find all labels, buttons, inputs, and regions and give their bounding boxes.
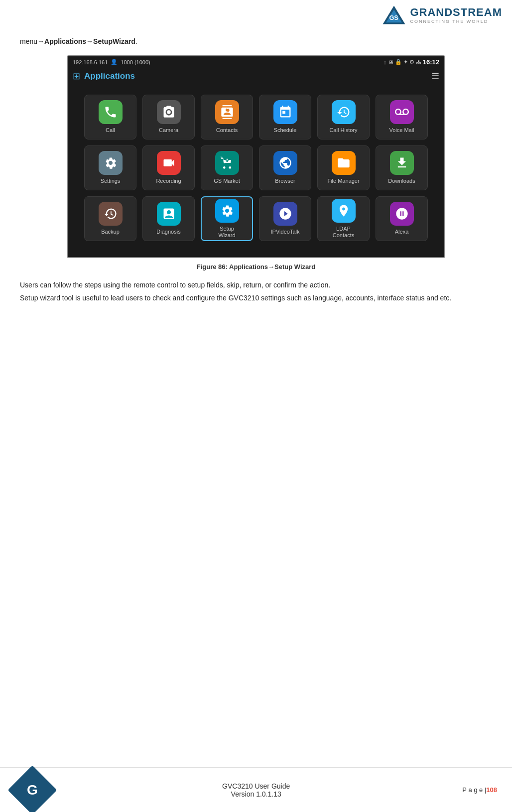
breadcrumb-setupwizard: SetupWizard <box>93 37 135 45</box>
figure-caption-text: Figure 86: Applications→Setup Wizard <box>197 263 315 271</box>
app-contacts[interactable]: Contacts <box>201 95 253 139</box>
status-icons: ↑ 🖥 🔒 ✦ ⚙ 🖧 16:12 <box>384 58 439 66</box>
setupwizard-label: SetupWizard <box>218 226 235 239</box>
diagnosis-label: Diagnosis <box>156 229 180 235</box>
schedule-icon <box>278 105 292 119</box>
ipvideotalk-label: IPVideoTalk <box>271 229 300 235</box>
setupwizard-icon <box>220 204 234 218</box>
camera-icon <box>162 105 176 119</box>
app-setupwizard[interactable]: SetupWizard <box>201 196 253 241</box>
downloads-label: Downloads <box>388 178 415 184</box>
status-ip: 192.168.6.161 <box>73 59 108 65</box>
status-user: 1000 (1000) <box>121 59 150 65</box>
gsmarket-label: GS Market <box>214 178 240 184</box>
browser-label: Browser <box>275 178 295 184</box>
signal-icon: ↑ <box>384 59 386 65</box>
call-icon <box>104 105 118 119</box>
app-callhistory[interactable]: Call History <box>317 95 370 139</box>
status-user-icon: 👤 <box>111 59 118 65</box>
setupwizard-icon-wrap <box>215 199 239 223</box>
app-bar: ⊞ Applications ☰ <box>68 68 444 85</box>
device-screenshot: 192.168.6.161 👤 1000 (1000) ↑ 🖥 🔒 ✦ ⚙ 🖧 … <box>67 55 445 258</box>
app-alexa[interactable]: Alexa <box>376 196 428 241</box>
downloads-icon <box>395 156 409 170</box>
app-camera[interactable]: Camera <box>142 95 195 139</box>
app-recording[interactable]: Recording <box>142 145 195 190</box>
app-schedule[interactable]: Schedule <box>259 95 311 139</box>
app-gsmarket[interactable]: GS Market <box>201 145 253 190</box>
status-bar: 192.168.6.161 👤 1000 (1000) ↑ 🖥 🔒 ✦ ⚙ 🖧 … <box>68 56 444 68</box>
footer-version: Version 1.0.1.13 <box>222 790 290 798</box>
diagnosis-icon <box>162 207 176 221</box>
logo-tagline: CONNECTING THE WORLD <box>410 19 488 24</box>
ldapcontacts-icon <box>337 204 351 218</box>
voicemail-label: Voice Mail <box>389 127 414 134</box>
callhistory-icon-wrap <box>332 100 356 124</box>
call-icon-wrap <box>99 100 123 124</box>
recording-icon-wrap <box>157 151 181 175</box>
settings-icon-wrap <box>99 151 123 175</box>
status-left: 192.168.6.161 👤 1000 (1000) <box>73 59 150 65</box>
alexa-label: Alexa <box>395 229 409 235</box>
ldapcontacts-label: LDAPContacts <box>333 226 354 239</box>
grandstream-logo-icon: GS <box>382 5 406 25</box>
footer-title: GVC3210 User Guide <box>222 782 290 790</box>
contacts-icon <box>220 105 234 119</box>
footer-center: GVC3210 User Guide Version 1.0.1.13 <box>222 782 290 798</box>
diagnosis-icon-wrap <box>157 202 181 226</box>
footer-page: P a g e |108 <box>462 786 497 794</box>
settings-icon <box>104 156 118 170</box>
downloads-icon-wrap <box>390 151 414 175</box>
status-time: 16:12 <box>423 58 439 66</box>
app-bar-title: Applications <box>84 71 135 81</box>
app-browser[interactable]: Browser <box>259 145 311 190</box>
logo-text: GRANDSTREAM CONNECTING THE WORLD <box>410 6 502 24</box>
monitor-icon: 🖥 <box>388 59 393 65</box>
breadcrumb: menu→Applications→SetupWizard. <box>20 37 492 45</box>
alexa-icon <box>395 207 409 221</box>
app-backup[interactable]: Backup <box>84 196 136 241</box>
arrow2: → <box>86 37 93 45</box>
alexa-icon-wrap <box>390 202 414 226</box>
contacts-icon-wrap <box>215 100 239 124</box>
svg-text:GS: GS <box>389 14 399 21</box>
call-label: Call <box>106 127 115 134</box>
apps-grid: Call Camera Contacts <box>68 85 444 257</box>
app-call[interactable]: Call <box>84 95 136 139</box>
backup-label: Backup <box>101 229 120 235</box>
settings-status-icon: ⚙ <box>409 59 414 65</box>
callhistory-label: Call History <box>329 127 357 134</box>
filemanager-icon <box>337 156 351 170</box>
app-filemanager[interactable]: File Manager <box>317 145 370 190</box>
voicemail-icon <box>395 105 409 119</box>
filemanager-label: File Manager <box>327 178 359 184</box>
footer-page-number: 108 <box>486 786 497 794</box>
filemanager-icon-wrap <box>332 151 356 175</box>
figure-caption: Figure 86: Applications→Setup Wizard <box>20 263 492 271</box>
app-bar-grid-icon: ⊞ <box>73 71 80 82</box>
app-settings[interactable]: Settings <box>84 145 136 190</box>
body-paragraph-2: Setup wizard tool is useful to lead user… <box>20 292 492 303</box>
footer-logo: G <box>8 765 57 812</box>
ipvideotalk-icon-wrap <box>273 202 297 226</box>
settings-label: Settings <box>101 178 121 184</box>
app-ldapcontacts[interactable]: LDAPContacts <box>317 196 370 241</box>
page-header: GS GRANDSTREAM CONNECTING THE WORLD <box>0 0 512 27</box>
app-downloads[interactable]: Downloads <box>376 145 428 190</box>
app-voicemail[interactable]: Voice Mail <box>376 95 428 139</box>
apps-row-1: Call Camera Contacts <box>75 95 437 139</box>
apps-row-3: Backup Diagnosis SetupWizard <box>75 196 437 241</box>
breadcrumb-applications: Applications <box>44 37 86 45</box>
app-diagnosis[interactable]: Diagnosis <box>142 196 195 241</box>
app-bar-left: ⊞ Applications <box>73 71 135 82</box>
browser-icon-wrap <box>273 151 297 175</box>
camera-icon-wrap <box>157 100 181 124</box>
browser-icon <box>278 156 292 170</box>
footer-logo-icon: G <box>27 782 38 798</box>
schedule-icon-wrap <box>273 100 297 124</box>
apps-row-2: Settings Recording GS Market <box>75 145 437 190</box>
app-ipvideotalk[interactable]: IPVideoTalk <box>259 196 311 241</box>
voicemail-icon-wrap <box>390 100 414 124</box>
camera-label: Camera <box>159 127 178 134</box>
network-icon: 🖧 <box>416 59 421 65</box>
